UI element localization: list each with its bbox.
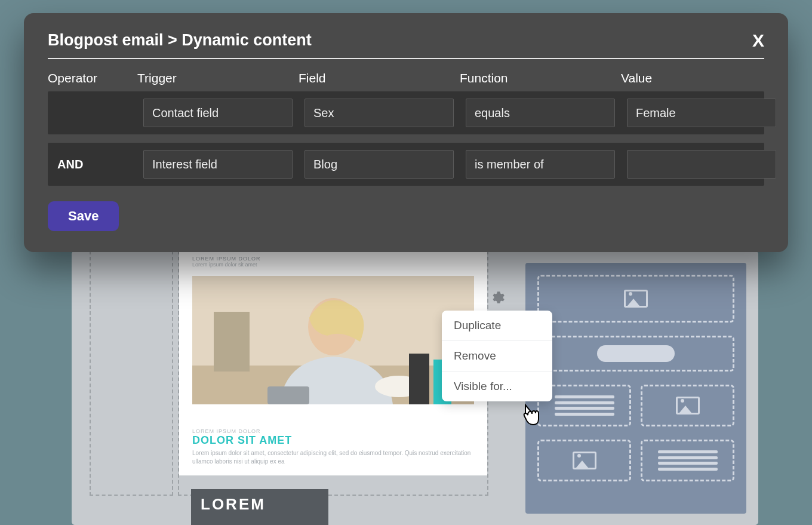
header-function: Function	[460, 71, 609, 85]
operator-cell: AND	[54, 158, 131, 171]
text-lines-icon	[555, 395, 614, 416]
button-shape-icon	[597, 345, 675, 362]
svg-rect-2	[214, 312, 250, 372]
value-input[interactable]	[627, 150, 776, 179]
rules-header-row: Operator Trigger Field Function Value	[48, 71, 764, 85]
value-input[interactable]: Female	[627, 99, 776, 127]
component-image-small[interactable]	[641, 385, 734, 426]
function-select[interactable]: is member of	[466, 150, 615, 179]
caption-title: DOLOR SIT AMET	[192, 434, 474, 447]
component-text-block-2[interactable]	[641, 440, 734, 481]
rule-row: AND Interest field Blog is member of	[48, 143, 764, 186]
field-select[interactable]: Blog	[304, 150, 454, 179]
menu-item-remove[interactable]: Remove	[442, 341, 552, 372]
components-panel	[525, 263, 746, 514]
lorem-banner: LOREM	[191, 489, 328, 525]
card-image	[192, 276, 474, 404]
caption-small: LOREM IPSUM DOLOR	[192, 428, 474, 434]
component-image-large[interactable]	[537, 275, 734, 323]
image-icon	[624, 290, 648, 308]
image-icon	[676, 397, 700, 415]
email-content-card: LOREM IPSUM DOLOR Lorem ipsum dolor sit …	[179, 252, 487, 475]
rule-row: Contact field Sex equals Female	[48, 91, 764, 134]
header-field: Field	[299, 71, 448, 85]
field-select[interactable]: Sex	[304, 99, 454, 127]
component-image-small-2[interactable]	[537, 440, 631, 481]
modal-title: Blogpost email > Dynamic content	[48, 31, 312, 50]
card-small-heading: LOREM IPSUM DOLOR	[179, 252, 487, 262]
menu-item-visible-for[interactable]: Visible for...	[442, 372, 552, 401]
dynamic-content-modal: Blogpost email > Dynamic content X Opera…	[24, 13, 788, 252]
header-trigger: Trigger	[137, 71, 287, 85]
menu-item-duplicate[interactable]: Duplicate	[442, 311, 552, 341]
caption-body: Lorem ipsum dolor sit amet, consectetur …	[192, 449, 474, 466]
slot-left-column[interactable]	[90, 251, 173, 496]
save-button[interactable]: Save	[48, 201, 119, 231]
card-caption: LOREM IPSUM DOLOR DOLOR SIT AMET Lorem i…	[179, 404, 487, 469]
card-small-sub: Lorem ipsum dolor sit amet	[179, 262, 487, 271]
function-select[interactable]: equals	[466, 99, 615, 127]
component-button[interactable]	[537, 336, 734, 372]
image-icon	[573, 452, 596, 469]
editor-canvas: LOREM IPSUM DOLOR Lorem ipsum dolor sit …	[72, 251, 758, 525]
trigger-select[interactable]: Contact field	[143, 99, 293, 127]
text-lines-icon	[658, 450, 718, 471]
email-editor-background: LOREM IPSUM DOLOR Lorem ipsum dolor sit …	[72, 251, 758, 525]
trigger-select[interactable]: Interest field	[143, 150, 293, 179]
modal-divider	[48, 58, 764, 59]
header-operator: Operator	[48, 71, 125, 85]
svg-rect-5	[267, 386, 309, 404]
cursor-pointer-icon	[519, 403, 541, 432]
decorative-bar-dark	[409, 354, 429, 404]
gear-icon[interactable]	[490, 290, 505, 309]
context-menu: Duplicate Remove Visible for...	[442, 311, 552, 401]
header-value: Value	[621, 71, 770, 85]
close-button[interactable]: X	[752, 32, 764, 50]
